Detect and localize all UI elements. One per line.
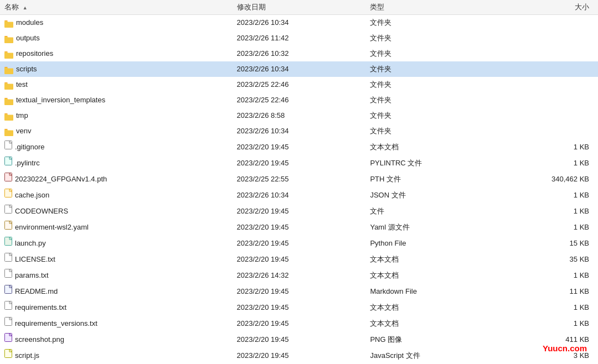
file-list-container[interactable]: 名称 ▲ 修改日期 类型 大小 xyxy=(0,0,598,364)
file-name-label: .gitignore xyxy=(15,141,44,153)
file-date-cell: 2023/2/20 19:45 xyxy=(233,235,366,251)
file-size-cell: 1 KB xyxy=(512,139,598,155)
file-name-cell[interactable]: venv xyxy=(0,123,233,139)
file-name-label: test xyxy=(16,79,28,91)
file-type-cell: PTH 文件 xyxy=(365,171,512,187)
table-row[interactable]: .gitignore2023/2/20 19:45文本文档1 KB xyxy=(0,139,598,155)
table-row[interactable]: params.txt2023/2/26 14:32文本文档1 KB xyxy=(0,267,598,283)
file-size-cell: 1 KB xyxy=(512,187,598,203)
file-name-label: environment-wsl2.yaml xyxy=(15,221,89,233)
col-header-name[interactable]: 名称 ▲ xyxy=(0,0,233,15)
file-type-cell: 文件夹 xyxy=(365,46,512,61)
file-date-cell: 2023/2/20 19:45 xyxy=(233,155,366,171)
table-row[interactable]: repositories2023/2/26 10:32文件夹 xyxy=(0,46,598,61)
file-name-cell[interactable]: 20230224_GFPGANv1.4.pth xyxy=(0,171,233,187)
table-row[interactable]: scripts2023/2/26 10:34文件夹 xyxy=(0,61,598,77)
table-row[interactable]: .pylintrc2023/2/20 19:45PYLINTRC 文件1 KB xyxy=(0,155,598,171)
file-type-cell: Python File xyxy=(365,235,512,251)
file-name-cell[interactable]: tmp xyxy=(0,108,233,123)
pylint-icon xyxy=(4,157,12,169)
table-row[interactable]: tmp2023/2/26 8:58文件夹 xyxy=(0,108,598,123)
file-type-cell: 文件夹 xyxy=(365,15,512,31)
file-name-cell[interactable]: screenshot.png xyxy=(0,331,233,347)
table-row[interactable]: script.js2023/2/20 19:45JavaScript 文件3 K… xyxy=(0,347,598,363)
file-name-cell[interactable]: repositories xyxy=(0,46,233,61)
file-name-cell[interactable]: .gitignore xyxy=(0,139,233,155)
col-header-size[interactable]: 大小 xyxy=(512,0,598,15)
file-type-cell: 文本文档 xyxy=(365,315,512,331)
file-name-label: 20230224_GFPGANv1.4.pth xyxy=(15,173,107,185)
js-icon xyxy=(4,349,12,362)
table-row[interactable]: venv2023/2/26 10:34文件夹 xyxy=(0,123,598,139)
file-size-cell xyxy=(512,46,598,61)
file-name-label: .pylintrc xyxy=(15,157,40,169)
png-icon xyxy=(4,333,12,346)
file-type-cell: 文件夹 xyxy=(365,61,512,77)
file-name-cell[interactable]: LICENSE.txt xyxy=(0,251,233,267)
file-name-cell[interactable]: scripts xyxy=(0,61,233,77)
table-row[interactable]: modules2023/2/26 10:34文件夹 xyxy=(0,15,598,31)
table-row[interactable]: requirements_versions.txt2023/2/20 19:45… xyxy=(0,315,598,331)
txt-icon xyxy=(4,301,12,314)
txt-icon xyxy=(4,317,12,330)
folder-icon xyxy=(4,66,13,73)
table-row[interactable]: 20230224_GFPGANv1.4.pth2023/2/25 22:55PT… xyxy=(0,171,598,187)
file-size-cell: 1 KB xyxy=(512,219,598,235)
file-name-cell[interactable]: CODEOWNERS xyxy=(0,203,233,219)
file-name-cell[interactable]: README.md xyxy=(0,283,233,299)
file-size-cell xyxy=(512,123,598,139)
file-name-cell[interactable]: textual_inversion_templates xyxy=(0,92,233,108)
file-size-cell: 35 KB xyxy=(512,251,598,267)
file-date-cell: 2023/2/20 19:45 xyxy=(233,331,366,347)
yaml-icon xyxy=(4,221,12,233)
file-type-cell: PNG 图像 xyxy=(365,331,512,347)
folder-icon xyxy=(4,97,13,104)
table-row[interactable]: requirements.txt2023/2/20 19:45文本文档1 KB xyxy=(0,299,598,315)
file-size-cell xyxy=(512,77,598,92)
file-name-cell[interactable]: test xyxy=(0,77,233,92)
file-name-cell[interactable]: cache.json xyxy=(0,187,233,203)
file-type-cell: 文件夹 xyxy=(365,92,512,108)
file-name-cell[interactable]: launch.py xyxy=(0,235,233,251)
file-name-cell[interactable]: environment-wsl2.yaml xyxy=(0,219,233,235)
folder-icon xyxy=(4,128,13,135)
table-row[interactable]: LICENSE.txt2023/2/20 19:45文本文档35 KB xyxy=(0,251,598,267)
table-row[interactable]: README.md2023/2/20 19:45Markdown File11 … xyxy=(0,283,598,299)
file-date-cell: 2023/2/20 19:45 xyxy=(233,251,366,267)
file-size-cell: 1 KB xyxy=(512,203,598,219)
file-name-cell[interactable]: script.js xyxy=(0,347,233,363)
table-row[interactable]: screenshot.png2023/2/20 19:45PNG 图像411 K… xyxy=(0,331,598,347)
file-date-cell: 2023/2/20 19:45 xyxy=(233,315,366,331)
file-size-cell xyxy=(512,15,598,31)
table-row[interactable]: textual_inversion_templates2023/2/25 22:… xyxy=(0,92,598,108)
txt-icon xyxy=(4,269,12,282)
table-row[interactable]: launch.py2023/2/20 19:45Python File15 KB xyxy=(0,235,598,251)
file-name-label: textual_inversion_templates xyxy=(16,94,105,106)
file-name-cell[interactable]: params.txt xyxy=(0,267,233,283)
col-header-type[interactable]: 类型 xyxy=(365,0,512,15)
file-name-cell[interactable]: .pylintrc xyxy=(0,155,233,171)
file-name-cell[interactable]: modules xyxy=(0,15,233,31)
file-name-cell[interactable]: requirements.txt xyxy=(0,299,233,315)
file-type-cell: 文本文档 xyxy=(365,267,512,283)
table-row[interactable]: outputs2023/2/26 11:42文件夹 xyxy=(0,30,598,46)
file-name-cell[interactable]: requirements_versions.txt xyxy=(0,315,233,331)
file-size-cell: 15 KB xyxy=(512,235,598,251)
file-size-cell xyxy=(512,108,598,123)
md-icon xyxy=(4,285,12,298)
table-row[interactable]: cache.json2023/2/26 10:34JSON 文件1 KB xyxy=(0,187,598,203)
table-row[interactable]: environment-wsl2.yaml2023/2/20 19:45Yaml… xyxy=(0,219,598,235)
file-name-label: outputs xyxy=(16,32,40,44)
file-type-cell: 文件夹 xyxy=(365,108,512,123)
txt-icon xyxy=(4,253,12,266)
table-row[interactable]: CODEOWNERS2023/2/20 19:45文件1 KB xyxy=(0,203,598,219)
folder-icon xyxy=(4,50,13,58)
file-name-cell[interactable]: outputs xyxy=(0,30,233,46)
col-header-date[interactable]: 修改日期 xyxy=(233,0,366,15)
file-size-cell: 411 KB xyxy=(512,331,598,347)
folder-icon xyxy=(4,19,13,27)
table-row[interactable]: test2023/2/25 22:46文件夹 xyxy=(0,77,598,92)
file-date-cell: 2023/2/20 19:45 xyxy=(233,283,366,299)
file-size-cell: 11 KB xyxy=(512,283,598,299)
file-type-cell: JavaScript 文件 xyxy=(365,347,512,363)
